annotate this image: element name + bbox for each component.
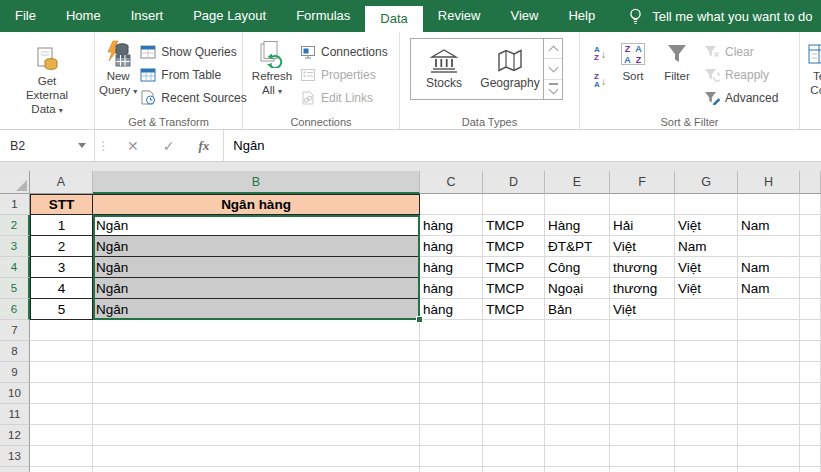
- cell-D8[interactable]: [483, 341, 545, 362]
- cell-E8[interactable]: [545, 341, 610, 362]
- cell-D1[interactable]: [483, 194, 545, 215]
- show-queries-button[interactable]: Show Queries: [140, 40, 246, 63]
- cell-A8[interactable]: [30, 341, 93, 362]
- cell-E5[interactable]: Ngoại: [545, 278, 610, 299]
- cancel-icon[interactable]: ✕: [127, 138, 139, 154]
- cell-C6[interactable]: hàng: [420, 299, 483, 320]
- cell-G12[interactable]: [675, 425, 738, 446]
- cell-D13[interactable]: [483, 446, 545, 467]
- column-header-D[interactable]: D: [483, 171, 545, 194]
- cell-I4[interactable]: [800, 257, 821, 278]
- cell-A11[interactable]: [30, 404, 93, 425]
- cell-G13[interactable]: [675, 446, 738, 467]
- cell-B7[interactable]: [93, 320, 420, 341]
- cell-E13[interactable]: [545, 446, 610, 467]
- cell-F8[interactable]: [610, 341, 675, 362]
- text-to-columns-button[interactable]: Te Col: [807, 36, 821, 97]
- cell-B5[interactable]: Ngân: [93, 278, 420, 299]
- cell-A14[interactable]: [30, 467, 93, 472]
- cell-D9[interactable]: [483, 362, 545, 383]
- cell-H13[interactable]: [738, 446, 800, 467]
- cell-D4[interactable]: TMCP: [483, 257, 545, 278]
- filter-button[interactable]: Filter: [654, 36, 700, 83]
- cell-I3[interactable]: [800, 236, 821, 257]
- row-header-9[interactable]: 9: [0, 362, 30, 383]
- cell-H8[interactable]: [738, 341, 800, 362]
- sort-descending-button[interactable]: ZA↓: [588, 69, 612, 93]
- cell-F5[interactable]: thương: [610, 278, 675, 299]
- cell-I11[interactable]: [800, 404, 821, 425]
- cell-C8[interactable]: [420, 341, 483, 362]
- cell-C3[interactable]: hàng: [420, 236, 483, 257]
- cell-G11[interactable]: [675, 404, 738, 425]
- select-all-corner[interactable]: [0, 171, 30, 194]
- enter-icon[interactable]: ✓: [163, 138, 175, 154]
- cell-G4[interactable]: Việt: [675, 257, 738, 278]
- cell-B2[interactable]: Ngân: [93, 215, 420, 236]
- cell-E11[interactable]: [545, 404, 610, 425]
- cell-F11[interactable]: [610, 404, 675, 425]
- cell-I12[interactable]: [800, 425, 821, 446]
- cell-A9[interactable]: [30, 362, 93, 383]
- cell-E9[interactable]: [545, 362, 610, 383]
- tab-review[interactable]: Review: [423, 0, 496, 32]
- gallery-down-button[interactable]: [544, 59, 562, 79]
- cell-H7[interactable]: [738, 320, 800, 341]
- cell-I9[interactable]: [800, 362, 821, 383]
- cell-H5[interactable]: Nam: [738, 278, 800, 299]
- tab-file[interactable]: File: [0, 0, 51, 32]
- cell-B12[interactable]: [93, 425, 420, 446]
- cell-A6[interactable]: 5: [30, 299, 93, 320]
- cell-B9[interactable]: [93, 362, 420, 383]
- sort-ascending-button[interactable]: AZ↓: [588, 42, 612, 66]
- cell-E3[interactable]: ĐT&PT: [545, 236, 610, 257]
- cell-B3[interactable]: Ngân: [93, 236, 420, 257]
- tab-insert[interactable]: Insert: [116, 0, 179, 32]
- cell-C2[interactable]: hàng: [420, 215, 483, 236]
- cell-F6[interactable]: Việt: [610, 299, 675, 320]
- cell-B13[interactable]: [93, 446, 420, 467]
- cell-C7[interactable]: [420, 320, 483, 341]
- row-header-5[interactable]: 5: [0, 278, 30, 299]
- cell-F3[interactable]: Việt: [610, 236, 675, 257]
- cell-G10[interactable]: [675, 383, 738, 404]
- cell-F4[interactable]: thương: [610, 257, 675, 278]
- cell-H2[interactable]: Nam: [738, 215, 800, 236]
- cell-D14[interactable]: [483, 467, 545, 472]
- tab-help[interactable]: Help: [553, 0, 610, 32]
- cell-H1[interactable]: [738, 194, 800, 215]
- geography-button[interactable]: Geography: [477, 39, 543, 99]
- cell-D2[interactable]: TMCP: [483, 215, 545, 236]
- cell-H12[interactable]: [738, 425, 800, 446]
- row-header-10[interactable]: 10: [0, 383, 30, 404]
- tab-formulas[interactable]: Formulas: [281, 0, 365, 32]
- cell-F9[interactable]: [610, 362, 675, 383]
- cell-A4[interactable]: 3: [30, 257, 93, 278]
- row-header-8[interactable]: 8: [0, 341, 30, 362]
- column-header-E[interactable]: E: [545, 171, 610, 194]
- cell-F2[interactable]: Hải: [610, 215, 675, 236]
- name-box[interactable]: B2: [0, 130, 95, 161]
- column-header-C[interactable]: C: [420, 171, 483, 194]
- cell-E7[interactable]: [545, 320, 610, 341]
- formula-input[interactable]: Ngân: [224, 130, 821, 161]
- column-header-H[interactable]: H: [738, 171, 800, 194]
- cell-D3[interactable]: TMCP: [483, 236, 545, 257]
- row-header-4[interactable]: 4: [0, 257, 30, 278]
- insert-function-icon[interactable]: fx: [198, 138, 209, 154]
- cell-G5[interactable]: Việt: [675, 278, 738, 299]
- advanced-button[interactable]: Advanced: [704, 86, 778, 109]
- cell-B10[interactable]: [93, 383, 420, 404]
- cell-C9[interactable]: [420, 362, 483, 383]
- tell-me-box[interactable]: Tell me what you want to do: [628, 0, 812, 32]
- cell-B11[interactable]: [93, 404, 420, 425]
- cell-C11[interactable]: [420, 404, 483, 425]
- cell-A3[interactable]: 2: [30, 236, 93, 257]
- gallery-up-button[interactable]: [544, 39, 562, 59]
- cell-I7[interactable]: [800, 320, 821, 341]
- from-table-button[interactable]: From Table: [140, 63, 246, 86]
- cell-C13[interactable]: [420, 446, 483, 467]
- cell-E10[interactable]: [545, 383, 610, 404]
- cell-G1[interactable]: [675, 194, 738, 215]
- row-header-6[interactable]: 6: [0, 299, 30, 320]
